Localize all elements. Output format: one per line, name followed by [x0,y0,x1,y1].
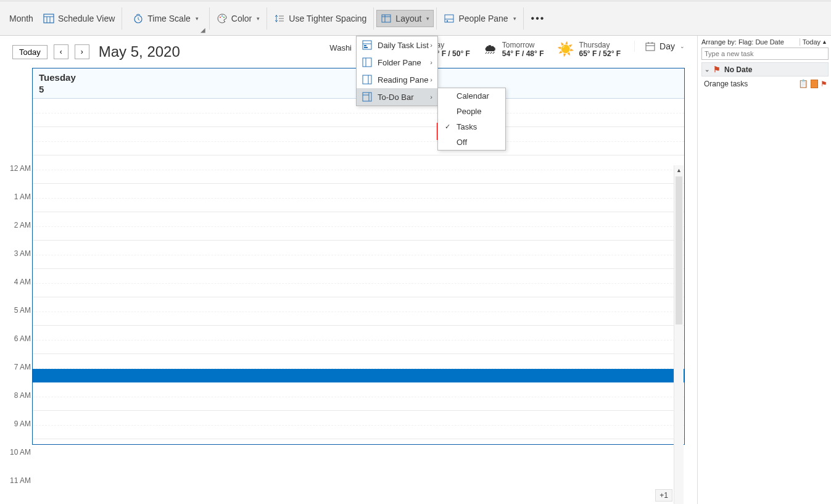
svg-rect-17 [646,43,655,51]
chevron-right-icon: › [430,41,432,49]
svg-point-6 [221,15,223,17]
scroll-thumb[interactable] [676,176,682,324]
menu-item-label: People [457,107,481,116]
submenu-item-people[interactable]: People [438,104,518,119]
weather-temp: 54° F / 48° F [502,49,544,58]
hour-label: 12 AM [6,165,31,193]
time-labels: 12 AM 1 AM 2 AM 3 AM 4 AM 5 AM 6 AM 7 AM… [6,165,31,504]
folder-pane-icon [362,57,373,68]
svg-point-16 [447,20,448,22]
day-picker-label: Day [659,41,675,51]
month-label: Month [9,14,33,23]
svg-point-5 [220,17,221,18]
layout-button[interactable]: Layout ▾ [376,10,434,27]
svg-rect-23 [364,45,366,46]
layout-label: Layout [395,14,421,23]
svg-rect-0 [44,14,54,23]
time-scale-label: Time Scale [147,14,191,23]
reading-pane-icon [362,74,373,85]
time-grid[interactable] [33,99,684,444]
arrange-by-label: Arrange by: Flag: Due Date [701,38,800,46]
ribbon-divider [523,7,524,30]
today-button[interactable]: Today [12,45,48,59]
submenu-item-calendar[interactable]: Calendar [438,88,518,104]
ribbon-toolbar: Month Schedule View Time Scale ▾ ◢ Color… [0,0,831,36]
layout-dropdown-menu: Daily Task List › Folder Pane › Reading … [356,36,438,106]
task-group-header[interactable]: ⌄ ⚑ No Date [701,62,829,76]
dialog-launcher-icon[interactable]: ◢ [201,27,205,33]
check-icon: ✓ [443,123,452,131]
month-button[interactable]: Month [5,10,38,27]
weather-row: oday 66° F / 50° F 🌧 Tomorrow 54° F / 48… [428,41,685,59]
current-time-indicator [33,369,684,382]
tighter-spacing-button[interactable]: Use Tighter Spacing [270,10,371,27]
more-commands-button[interactable]: ••• [526,10,550,27]
chevron-down-icon: ⌄ [705,66,709,73]
next-day-button[interactable]: › [75,44,89,59]
date-title: May 5, 2020 [99,43,180,60]
task-item[interactable]: Orange tasks 📋 ⚑ [701,76,829,91]
weather-thursday[interactable]: ☀️ Thursday 65° F / 52° F [557,41,621,59]
collapse-triangle-icon[interactable]: ▲ [821,39,829,45]
menu-item-folder-pane[interactable]: Folder Pane › [357,54,437,71]
menu-item-label: Daily Task List [378,41,429,50]
color-button[interactable]: Color ▾ [212,10,264,27]
svg-point-7 [223,17,225,18]
menu-item-daily-task-list[interactable]: Daily Task List › [357,36,437,54]
new-task-input[interactable] [701,48,829,60]
weather-temp: 65° F / 52° F [579,49,621,58]
flag-icon: ⚑ [713,65,721,74]
time-scale-button[interactable]: Time Scale ▾ [128,10,203,27]
layout-icon [381,13,392,24]
day-picker[interactable]: Day ⌄ [634,41,685,52]
hour-label: 5 AM [6,307,31,335]
vertical-scrollbar[interactable]: ▲ ▼ [674,165,684,504]
arrange-by-row[interactable]: Arrange by: Flag: Due Date Today ▲ [701,38,829,46]
weather-day-label: Tomorrow [502,41,544,49]
schedule-view-button[interactable]: Schedule View [39,10,119,27]
hour-label: 2 AM [6,221,31,250]
sunny-icon: ☀️ [557,41,574,57]
task-name: Orange tasks [704,80,748,88]
scroll-down-button[interactable]: ▼ [674,501,684,504]
weather-location[interactable]: Washi [329,43,352,52]
palette-icon [217,13,228,24]
chevron-down-icon: ⌄ [680,43,685,49]
spacing-icon [274,13,285,24]
menu-item-to-do-bar[interactable]: To-Do Bar › [357,88,437,105]
hour-label: 4 AM [6,278,31,307]
more-items-indicator[interactable]: +1 [655,489,672,502]
rain-icon: 🌧 [484,41,497,57]
menu-item-label: Calendar [457,91,489,101]
to-do-bar-icon [362,91,373,102]
schedule-view-icon [43,13,54,24]
submenu-item-off[interactable]: Off [438,134,518,150]
hour-label: 3 AM [6,250,31,278]
svg-rect-14 [445,15,453,22]
chevron-right-icon: › [430,93,432,101]
time-scale-group: Time Scale ▾ ◢ [125,2,207,35]
weather-day-label: Thursday [579,41,621,49]
arrange-today-label: Today [800,38,821,46]
chevron-down-icon: ▾ [426,15,429,22]
weather-tomorrow[interactable]: 🌧 Tomorrow 54° F / 48° F [484,41,544,59]
svg-rect-25 [363,58,371,67]
flag-icon[interactable]: ⚑ [821,80,827,88]
calendar-icon [645,41,656,52]
category-orange-icon[interactable] [811,80,818,88]
ribbon-divider [209,7,210,30]
people-pane-button[interactable]: People Pane ▾ [439,10,520,27]
submenu-item-tasks[interactable]: ✓ Tasks [438,119,518,134]
hour-label: 6 AM [6,335,31,363]
menu-item-label: Off [457,138,467,147]
tighter-spacing-label: Use Tighter Spacing [289,14,366,23]
ribbon-divider [373,7,374,30]
ribbon-divider [267,7,267,30]
clipboard-icon[interactable]: 📋 [798,79,808,88]
menu-item-label: Folder Pane [378,58,421,67]
scroll-up-button[interactable]: ▲ [674,165,684,175]
menu-item-reading-pane[interactable]: Reading Pane › [357,71,437,88]
svg-rect-29 [363,93,371,101]
people-pane-label: People Pane [458,14,508,23]
prev-day-button[interactable]: ‹ [54,44,68,59]
